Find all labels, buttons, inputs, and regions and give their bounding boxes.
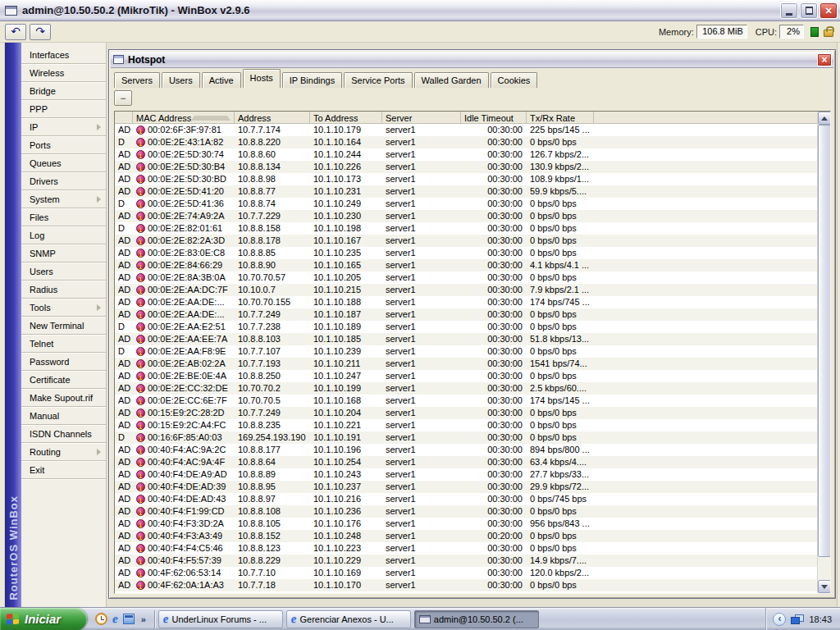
sidebar-item-ports[interactable]: Ports xyxy=(21,136,106,154)
tray-collapse-icon[interactable]: ‹ xyxy=(773,613,786,626)
table-row[interactable]: AD00:4F:62:06:53:1410.7.7.1010.1.10.169s… xyxy=(115,567,817,579)
tab-service-ports[interactable]: Service Ports xyxy=(344,72,412,88)
sidebar-item-radius[interactable]: Radius xyxy=(21,281,106,299)
tab-hosts[interactable]: Hosts xyxy=(243,69,281,88)
overflow-chevron-icon[interactable]: » xyxy=(141,614,146,624)
sidebar-item-manual[interactable]: Manual xyxy=(21,407,106,425)
column-header-address[interactable]: Address xyxy=(235,112,310,124)
table-row[interactable]: D00:16:6F:85:A0:03169.254.193.19010.1.10… xyxy=(115,431,817,444)
sidebar-item-files[interactable]: Files xyxy=(21,208,106,226)
table-row[interactable]: AD00:0E:2E:5D:41:2010.8.8.7710.1.10.231s… xyxy=(115,185,817,198)
table-row[interactable]: D00:0E:2E:AA:F8:9E10.7.7.10710.1.10.239s… xyxy=(115,345,817,358)
table-row[interactable]: AD00:0E:2E:AB:02:2A10.7.7.19310.1.10.211… xyxy=(115,358,817,370)
sidebar-item-make-supout-rif[interactable]: Make Supout.rif xyxy=(21,389,106,407)
tab-users[interactable]: Users xyxy=(162,72,200,88)
table-row[interactable]: AD00:40:F4:AC:9A:2C10.8.8.17710.1.10.196… xyxy=(115,444,817,456)
window-titlebar[interactable]: admin@10.50.50.2 (MikroTik) - WinBox v2.… xyxy=(0,0,840,21)
sidebar-item-certificate[interactable]: Certificate xyxy=(21,371,106,389)
column-header-idle-timeout[interactable]: Idle Timeout xyxy=(461,112,527,124)
sidebar-item-wireless[interactable]: Wireless xyxy=(21,64,106,82)
table-row[interactable]: AD00:0E:2E:5D:30:BD10.8.8.9810.1.10.173s… xyxy=(115,173,817,185)
start-button[interactable]: Iniciar xyxy=(0,608,87,630)
tab-cookies[interactable]: Cookies xyxy=(491,72,538,88)
sidebar-item-log[interactable]: Log xyxy=(21,226,106,244)
taskbar-button-underlinux-forums[interactable]: eUnderLinux Forums - ... xyxy=(158,610,283,628)
taskbar-button-admin-10-50-50-2[interactable]: admin@10.50.50.2 (... xyxy=(414,610,539,628)
sidebar-item-new-terminal[interactable]: New Terminal xyxy=(21,317,106,335)
undo-button[interactable]: ↶ xyxy=(5,24,26,40)
tab-active[interactable]: Active xyxy=(202,72,241,88)
column-header-tx-rx-rate[interactable]: Tx/Rx Rate xyxy=(527,112,594,124)
table-row[interactable]: AD00:40:F4:F3:3D:2A10.8.8.10510.1.10.176… xyxy=(115,518,817,530)
tab-walled-garden[interactable]: Walled Garden xyxy=(414,72,489,88)
table-row[interactable]: D00:0E:2E:5D:41:3610.8.8.7410.1.10.249se… xyxy=(115,198,817,210)
table-row[interactable]: AD00:0E:2E:82:2A:3D10.8.8.17810.1.10.167… xyxy=(115,235,817,247)
table-row[interactable]: AD00:02:6F:3F:97:8110.7.7.17410.1.10.179… xyxy=(115,124,817,136)
table-row[interactable]: D00:0E:2E:AA:E2:5110.7.7.23810.1.10.189s… xyxy=(115,321,817,333)
table-row[interactable]: AD00:4F:62:0A:1A:A310.7.7.1810.1.10.170s… xyxy=(115,579,817,591)
sidebar-item-isdn-channels[interactable]: ISDN Channels xyxy=(21,425,106,443)
table-row[interactable]: AD00:0E:2E:CC:6E:7F10.70.70.510.1.10.168… xyxy=(115,395,817,407)
column-header-server[interactable]: Server xyxy=(382,112,461,124)
hotspot-close-button[interactable]: × xyxy=(817,53,832,66)
sidebar-item-drivers[interactable]: Drivers xyxy=(21,172,106,190)
sidebar-item-tools[interactable]: Tools xyxy=(21,299,106,317)
table-row[interactable]: AD00:40:F4:DE:A9:AD10.8.8.8910.1.10.243s… xyxy=(115,468,817,481)
sidebar-item-queues[interactable]: Queues xyxy=(21,154,106,172)
table-row[interactable]: AD00:0E:2E:5D:30:B410.8.8.13410.1.10.226… xyxy=(115,161,817,173)
sidebar-item-ip[interactable]: IP xyxy=(21,118,106,136)
table-row[interactable]: AD00:15:E9:2C:28:2D10.7.7.24910.1.10.204… xyxy=(115,407,817,419)
column-header-mac-address[interactable]: MAC Address xyxy=(133,112,235,124)
internet-explorer-icon[interactable]: e xyxy=(112,613,118,625)
table-row[interactable]: AD00:0E:2E:BE:0E:4A10.8.8.25010.1.10.247… xyxy=(115,370,817,382)
messenger-icon[interactable] xyxy=(123,614,135,624)
sidebar-item-routing[interactable]: Routing xyxy=(21,443,106,461)
table-row[interactable]: AD00:0E:2E:AA:DE:...10.70.70.15510.1.10.… xyxy=(115,296,817,308)
column-header-flags[interactable] xyxy=(115,112,133,124)
clock-launcher-icon[interactable] xyxy=(95,613,107,625)
taskbar-button-gerenciar-anexos-u[interactable]: eGerenciar Anexos - U... xyxy=(286,610,411,628)
scrollbar-thumb[interactable] xyxy=(818,125,831,557)
scroll-down-button[interactable] xyxy=(818,580,831,593)
sidebar-item-system[interactable]: System xyxy=(21,190,106,208)
column-header-to-address[interactable]: To Address xyxy=(310,112,382,124)
minimize-button[interactable] xyxy=(780,2,798,19)
sidebar-item-interfaces[interactable]: Interfaces xyxy=(21,46,106,64)
restore-button[interactable] xyxy=(800,2,818,19)
table-row[interactable]: AD00:0E:2E:CC:32:DE10.70.70.210.1.10.199… xyxy=(115,382,817,395)
hotspot-titlebar[interactable]: Hotspot × xyxy=(111,52,833,68)
table-row[interactable]: AD00:0E:2E:AA:DE:...10.7.7.24910.1.10.18… xyxy=(115,308,817,321)
table-row[interactable]: AD00:40:F4:F1:99:CD10.8.8.10810.1.10.236… xyxy=(115,505,817,518)
table-row[interactable]: AD00:40:F4:F5:57:3910.8.8.22910.1.10.229… xyxy=(115,555,817,567)
table-row[interactable]: AD00:40:F4:AC:9A:4F10.8.8.6410.1.10.254s… xyxy=(115,456,817,468)
sidebar-item-telnet[interactable]: Telnet xyxy=(21,335,106,353)
scroll-up-button[interactable] xyxy=(818,112,831,125)
close-button[interactable]: × xyxy=(819,2,838,19)
redo-button[interactable]: ↷ xyxy=(30,24,51,40)
table-row[interactable]: AD00:0E:2E:AA:DC:7F10.10.0.710.1.10.215s… xyxy=(115,284,817,296)
table-row[interactable]: AD00:0E:2E:AA:EE:7A10.8.8.10310.1.10.185… xyxy=(115,333,817,345)
vertical-scrollbar[interactable] xyxy=(817,112,830,593)
table-row[interactable]: AD00:0E:2E:84:66:2910.8.8.9010.1.10.165s… xyxy=(115,259,817,272)
sidebar-item-users[interactable]: Users xyxy=(21,262,106,281)
remove-button[interactable]: − xyxy=(114,90,132,106)
table-row[interactable]: AD00:40:F4:DE:AD:3910.8.8.9510.1.10.237s… xyxy=(115,481,817,493)
sidebar-item-snmp[interactable]: SNMP xyxy=(21,244,106,262)
table-row[interactable]: D00:0E:2E:82:01:6110.8.8.15810.1.10.198s… xyxy=(115,222,817,235)
table-row[interactable]: AD00:40:F4:DE:AD:4310.8.8.9710.1.10.216s… xyxy=(115,493,817,505)
table-row[interactable]: D00:0E:2E:43:1A:8210.8.8.22010.1.10.164s… xyxy=(115,136,817,148)
sidebar-item-password[interactable]: Password xyxy=(21,353,106,371)
table-row[interactable]: AD00:0E:2E:83:0E:C810.8.8.8510.1.10.235s… xyxy=(115,247,817,259)
table-row[interactable]: AD00:0E:2E:8A:3B:0A10.70.70.5710.1.10.20… xyxy=(115,272,817,284)
network-tray-icon[interactable] xyxy=(791,614,804,624)
table-row[interactable]: AD00:0E:2E:74:A9:2A10.7.7.22910.1.10.230… xyxy=(115,210,817,222)
sidebar-item-exit[interactable]: Exit xyxy=(21,461,106,479)
table-row[interactable]: AD00:40:F4:F3:A3:4910.8.8.15210.1.10.248… xyxy=(115,530,817,542)
table-row[interactable]: AD00:0E:2E:5D:30:7410.8.8.6010.1.10.244s… xyxy=(115,148,817,161)
table-row[interactable]: AD00:15:E9:2C:A4:FC10.8.8.23510.1.10.221… xyxy=(115,419,817,431)
table-row[interactable]: AD00:40:F4:F4:C5:4610.8.8.12310.1.10.223… xyxy=(115,542,817,555)
sidebar-item-bridge[interactable]: Bridge xyxy=(21,82,106,100)
tab-servers[interactable]: Servers xyxy=(114,72,160,88)
tab-ip-bindings[interactable]: IP Bindings xyxy=(282,72,342,88)
sidebar-item-ppp[interactable]: PPP xyxy=(21,100,106,118)
